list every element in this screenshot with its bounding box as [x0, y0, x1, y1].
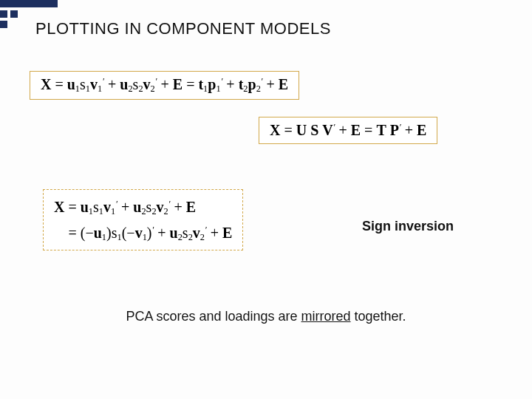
footer-caption: PCA scores and loadings are mirrored tog…: [0, 309, 532, 324]
equation-sign-inversion: X = u1s1v1′ + u2s2v2′ + E X = (−u1)s1(−v…: [43, 189, 243, 250]
slide-title: PLOTTING IN COMPONENT MODELS: [35, 19, 331, 38]
sign-inversion-label: Sign inversion: [362, 219, 454, 234]
equation-matrix-form: X = U S V′ + E = T P′ + E: [259, 117, 437, 144]
equation-expanded-tp: X = u1s1v1′ + u2s2v2′ + E = t1p1′ + t2p2…: [30, 71, 299, 100]
